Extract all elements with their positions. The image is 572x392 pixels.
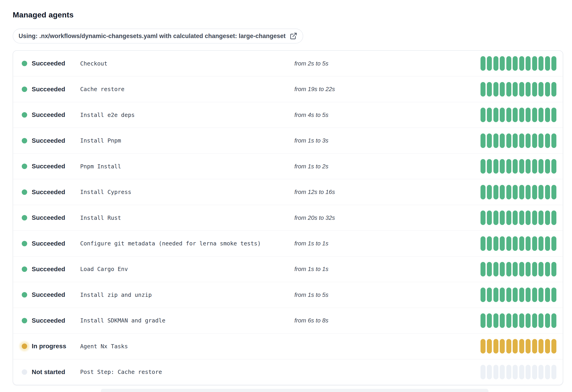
status-label: Succeeded xyxy=(32,86,65,93)
progress-segment xyxy=(519,56,524,71)
status-cell: Succeeded xyxy=(13,137,80,144)
progress-segment xyxy=(525,262,531,277)
progress-segment xyxy=(525,211,531,225)
progress-bar xyxy=(480,133,556,148)
step-duration: from 1s to 2s xyxy=(294,163,480,170)
progress-segment xyxy=(506,365,511,379)
step-name: Install e2e deps xyxy=(80,112,294,118)
progress-segment xyxy=(551,288,556,302)
progress-segment xyxy=(480,56,486,71)
progress-segment xyxy=(532,82,537,97)
agent-row[interactable]: SucceededInstall Cypressfrom 12s to 16s xyxy=(13,179,563,205)
progress-segment xyxy=(506,159,511,174)
progress-segment xyxy=(487,236,492,251)
status-dot xyxy=(22,369,27,375)
agent-row[interactable]: SucceededInstall SDKMAN and gradlefrom 6… xyxy=(13,308,563,333)
progress-segment xyxy=(513,236,518,251)
step-name: Install Cypress xyxy=(80,189,294,195)
agent-row[interactable]: SucceededConfigure git metadata (needed … xyxy=(13,230,563,256)
step-duration: from 20s to 32s xyxy=(294,214,480,221)
progress-segment xyxy=(545,185,550,199)
progress-segment xyxy=(525,108,531,122)
progress-bar xyxy=(480,236,556,251)
step-name: Agent Nx Tasks xyxy=(80,343,294,350)
progress-segment xyxy=(493,133,498,148)
progress-segment xyxy=(519,133,524,148)
step-name: Cache restore xyxy=(80,86,294,92)
workflow-config-label: Using: .nx/workflows/dynamic-changesets.… xyxy=(18,33,286,40)
progress-segment xyxy=(493,236,498,251)
status-label: Succeeded xyxy=(32,291,65,298)
status-dot xyxy=(22,189,27,195)
status-cell: Succeeded xyxy=(13,214,80,221)
progress-segment xyxy=(525,236,531,251)
progress-segment xyxy=(551,159,556,174)
progress-bar xyxy=(480,56,556,71)
progress-segment xyxy=(519,211,524,225)
agent-row[interactable]: SucceededPnpm Installfrom 1s to 2s xyxy=(13,153,563,179)
status-dot xyxy=(22,112,27,118)
agent-row[interactable]: Not startedPost Step: Cache restore xyxy=(13,359,563,385)
step-name: Post Step: Cache restore xyxy=(80,369,294,375)
progress-segment xyxy=(513,133,518,148)
progress-segment xyxy=(500,262,505,277)
step-duration: from 1s to 1s xyxy=(294,240,480,247)
step-name: Load Cargo Env xyxy=(80,266,294,272)
agent-row[interactable]: SucceededInstall Rustfrom 20s to 32s xyxy=(13,205,563,230)
progress-segment xyxy=(480,288,486,302)
workflow-config-link[interactable]: Using: .nx/workflows/dynamic-changesets.… xyxy=(13,29,303,44)
progress-segment xyxy=(545,211,550,225)
agent-row[interactable]: In progressAgent Nx Tasks xyxy=(13,333,563,359)
progress-segment xyxy=(480,365,486,379)
progress-segment xyxy=(506,236,511,251)
progress-segment xyxy=(545,339,550,354)
progress-segment xyxy=(487,288,492,302)
progress-segment xyxy=(551,82,556,97)
progress-segment xyxy=(487,82,492,97)
status-dot xyxy=(22,138,27,144)
progress-bar xyxy=(480,211,556,225)
agent-row[interactable]: SucceededCache restorefrom 19s to 22s xyxy=(13,76,563,102)
progress-segment xyxy=(480,236,486,251)
progress-segment xyxy=(551,313,556,328)
progress-segment xyxy=(500,56,505,71)
progress-segment xyxy=(539,56,543,71)
progress-segment xyxy=(493,185,498,199)
progress-segment xyxy=(539,159,543,174)
progress-segment xyxy=(519,185,524,199)
page-title: Managed agents xyxy=(13,10,74,20)
progress-segment xyxy=(519,82,524,97)
status-dot xyxy=(22,318,27,323)
status-dot xyxy=(22,87,27,92)
status-label: Not started xyxy=(32,368,65,376)
progress-segment xyxy=(513,185,518,199)
agent-row[interactable]: SucceededInstall e2e depsfrom 4s to 5s xyxy=(13,102,563,128)
agent-row[interactable]: SucceededLoad Cargo Envfrom 1s to 1s xyxy=(13,256,563,282)
step-duration: from 1s to 5s xyxy=(294,291,480,298)
progress-segment xyxy=(532,236,537,251)
progress-segment xyxy=(513,108,518,122)
progress-segment xyxy=(539,262,543,277)
progress-segment xyxy=(480,159,486,174)
progress-bar xyxy=(480,82,556,97)
progress-segment xyxy=(545,108,550,122)
agent-row[interactable]: SucceededInstall zip and unzipfrom 1s to… xyxy=(13,282,563,308)
progress-segment xyxy=(525,365,531,379)
progress-segment xyxy=(525,82,531,97)
progress-segment xyxy=(532,313,537,328)
step-duration: from 12s to 16s xyxy=(294,189,480,196)
progress-segment xyxy=(539,211,543,225)
progress-segment xyxy=(480,108,486,122)
progress-segment xyxy=(480,82,486,97)
agent-row[interactable]: SucceededInstall Pnpmfrom 1s to 3s xyxy=(13,128,563,153)
progress-bar xyxy=(480,288,556,302)
status-cell: Succeeded xyxy=(13,266,80,273)
agent-row[interactable]: SucceededCheckoutfrom 2s to 5s xyxy=(13,51,563,76)
progress-segment xyxy=(500,313,505,328)
progress-bar xyxy=(480,313,556,328)
status-cell: Succeeded xyxy=(13,291,80,298)
status-label: Succeeded xyxy=(32,60,65,67)
progress-segment xyxy=(506,211,511,225)
step-name: Install SDKMAN and gradle xyxy=(80,317,294,324)
step-name: Install Pnpm xyxy=(80,137,294,144)
